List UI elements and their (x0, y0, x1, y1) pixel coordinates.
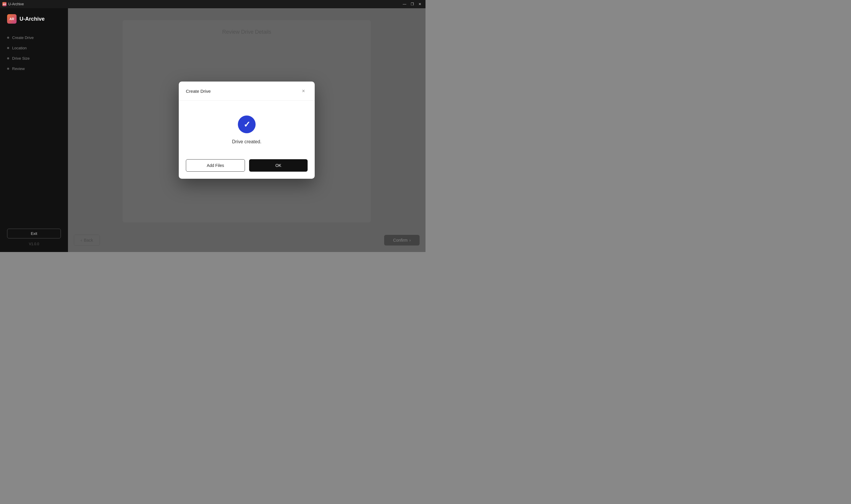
modal-body: ✓ Drive created. (179, 101, 315, 153)
maximize-button[interactable]: ❐ (409, 1, 415, 7)
add-files-button[interactable]: Add Files (186, 159, 245, 172)
logo-icon: AR (7, 14, 17, 24)
version-text: V1.0.0 (7, 242, 61, 246)
sidebar-nav: Create Drive Location Drive Size Review (0, 33, 68, 229)
app-layout: AR U-Archive Create Drive Location Drive… (0, 8, 426, 252)
sidebar: AR U-Archive Create Drive Location Drive… (0, 8, 68, 252)
sidebar-logo: AR U-Archive (0, 14, 68, 33)
nav-dot-location (7, 47, 9, 49)
close-button[interactable]: ✕ (417, 1, 423, 7)
window-controls: — ❐ ✕ (401, 1, 423, 7)
main-content: Review Drive Details ‹ Back Confirm › Cr… (68, 8, 426, 252)
sidebar-item-drive-size[interactable]: Drive Size (7, 53, 61, 64)
sidebar-item-create-drive[interactable]: Create Drive (7, 33, 61, 43)
nav-dot-review (7, 68, 9, 70)
logo-text: U-Archive (19, 16, 44, 22)
sidebar-bottom: Exit V1.0.0 (0, 229, 68, 246)
nav-dot-drive-size (7, 57, 9, 59)
minimize-button[interactable]: — (401, 1, 408, 7)
create-drive-modal: Create Drive × ✓ Drive created. Add File… (179, 82, 315, 179)
ok-button[interactable]: OK (249, 159, 308, 172)
title-bar-title: AR U-Archive (2, 2, 24, 6)
modal-footer: Add Files OK (179, 153, 315, 179)
nav-dot-create-drive (7, 37, 9, 39)
modal-header: Create Drive × (179, 82, 315, 101)
modal-close-button[interactable]: × (299, 87, 308, 95)
title-bar: AR U-Archive — ❐ ✕ (0, 0, 426, 8)
sidebar-item-review[interactable]: Review (7, 64, 61, 74)
exit-button[interactable]: Exit (7, 229, 61, 238)
success-icon: ✓ (238, 115, 256, 133)
app-icon: AR (2, 2, 6, 6)
modal-title: Create Drive (186, 89, 211, 94)
success-text: Drive created. (232, 139, 261, 144)
checkmark-icon: ✓ (243, 120, 250, 129)
modal-overlay: Create Drive × ✓ Drive created. Add File… (68, 8, 426, 252)
sidebar-item-location[interactable]: Location (7, 43, 61, 53)
